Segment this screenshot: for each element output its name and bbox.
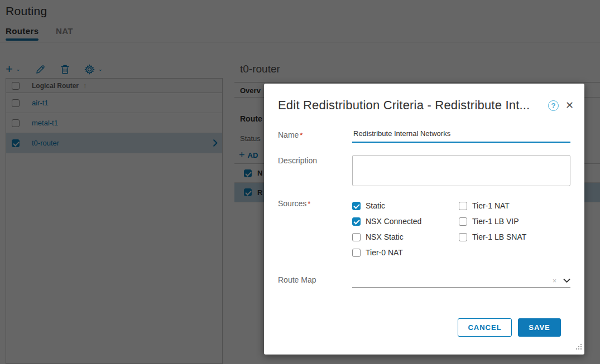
description-label: Description: [278, 155, 352, 186]
source-option-nsx-connected[interactable]: NSX Connected: [352, 213, 459, 229]
edit-redistribution-criteria-dialog: Edit Redistribution Criteria - Redistrib…: [264, 84, 584, 355]
name-input[interactable]: Redistribute Internal Networks: [352, 129, 570, 143]
source-option-tier0-nat[interactable]: Tier-0 NAT: [352, 245, 459, 260]
route-map-label: Route Map: [278, 274, 352, 288]
save-button[interactable]: SAVE: [518, 318, 561, 337]
close-icon[interactable]: ✕: [564, 99, 575, 111]
checkbox[interactable]: [352, 233, 361, 241]
sources-checkbox-grid: Static NSX Connected NSX Static Tie: [352, 198, 570, 260]
chevron-down-icon[interactable]: [563, 275, 570, 285]
cancel-button[interactable]: CANCEL: [458, 318, 512, 337]
description-textarea[interactable]: [352, 155, 570, 186]
label-text: Name: [278, 130, 299, 139]
source-option-tier1-lb-vip[interactable]: Tier-1 LB VIP: [459, 213, 570, 229]
checkbox-label: Tier-0 NAT: [366, 248, 403, 257]
source-option-tier1-lb-snat[interactable]: Tier-1 LB SNAT: [459, 229, 570, 245]
checkbox[interactable]: [459, 217, 467, 226]
sources-label: Sources*: [278, 198, 352, 260]
dialog-title: Edit Redistribution Criteria - Redistrib…: [278, 98, 541, 113]
clear-icon[interactable]: ×: [553, 277, 556, 285]
route-map-select[interactable]: ×: [352, 274, 570, 288]
help-icon[interactable]: ?: [548, 100, 559, 111]
resize-grip[interactable]: [576, 348, 577, 350]
checkbox[interactable]: [352, 217, 361, 226]
checkbox-label: Tier-1 LB SNAT: [472, 232, 526, 241]
checkbox[interactable]: [352, 202, 361, 210]
name-label: Name*: [278, 129, 352, 143]
label-text: Sources: [278, 199, 306, 208]
screen: Routing Routers NAT + ⌄: [0, 0, 600, 364]
dialog-header: Edit Redistribution Criteria - Redistrib…: [264, 84, 584, 113]
sources-form-row: Sources* Static NSX Connected: [278, 198, 570, 260]
checkbox-label: NSX Static: [366, 232, 404, 241]
checkbox[interactable]: [352, 249, 361, 257]
name-form-row: Name* Redistribute Internal Networks: [278, 129, 570, 143]
checkbox[interactable]: [459, 202, 467, 210]
required-marker: *: [308, 200, 310, 208]
checkbox[interactable]: [459, 233, 467, 241]
dialog-footer: CANCEL SAVE: [458, 318, 561, 337]
dialog-body: Name* Redistribute Internal Networks Des…: [264, 113, 584, 288]
required-marker: *: [300, 131, 303, 139]
route-map-form-row: Route Map ×: [278, 274, 570, 288]
source-option-static[interactable]: Static: [352, 198, 459, 213]
checkbox-label: NSX Connected: [366, 217, 421, 226]
checkbox-label: Static: [366, 201, 385, 210]
source-option-tier1-nat[interactable]: Tier-1 NAT: [459, 198, 570, 213]
checkbox-label: Tier-1 NAT: [472, 201, 510, 210]
description-form-row: Description: [278, 155, 570, 186]
source-option-nsx-static[interactable]: NSX Static: [352, 229, 459, 245]
checkbox-label: Tier-1 LB VIP: [472, 217, 519, 226]
